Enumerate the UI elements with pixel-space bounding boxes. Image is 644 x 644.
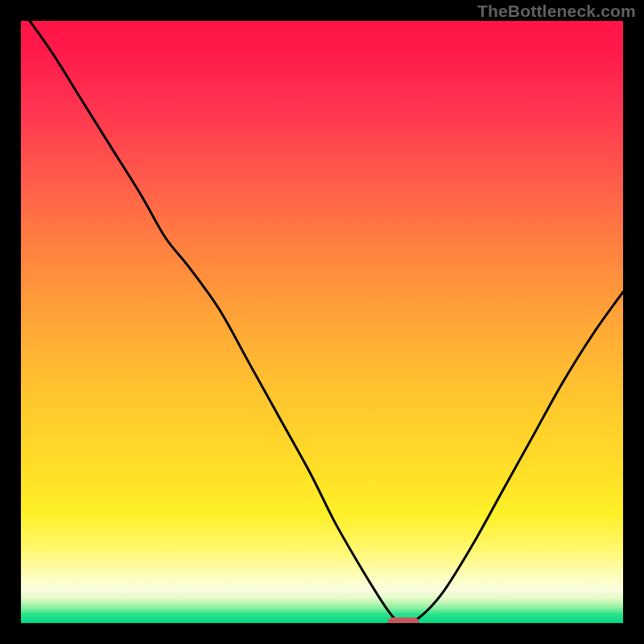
- chart-container: TheBottleneck.com: [0, 0, 644, 644]
- watermark-text: TheBottleneck.com: [477, 2, 636, 21]
- plot-area: [21, 21, 623, 623]
- curve-svg: [21, 21, 623, 623]
- bottleneck-curve: [21, 21, 623, 623]
- optimal-marker: [387, 617, 419, 623]
